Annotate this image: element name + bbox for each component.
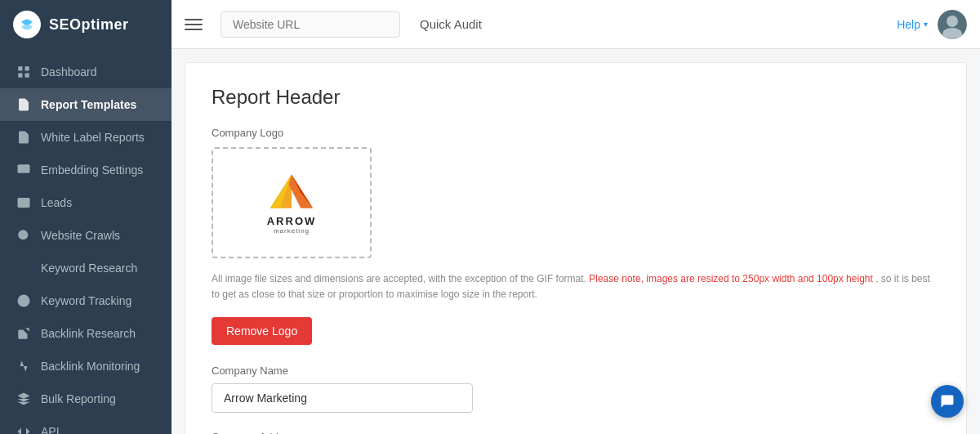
sidebar-label-keyword-research: Keyword Research (41, 262, 137, 275)
topbar-main: Quick Audit Help ▾ (172, 0, 980, 49)
content-area: Report Header Company Logo (172, 49, 980, 434)
content-panel: Report Header Company Logo (185, 62, 967, 434)
envelope-icon (16, 195, 31, 210)
svg-rect-7 (25, 74, 29, 78)
arrow-logo-svg (267, 171, 316, 212)
layers-icon (16, 391, 31, 406)
search-icon (16, 228, 31, 243)
help-label: Help (897, 18, 920, 31)
arrow-logo: ARROW marketing (267, 171, 317, 235)
logo-upload-box[interactable]: ARROW marketing (212, 147, 372, 258)
external-link-icon (16, 326, 31, 341)
sidebar-item-white-label[interactable]: White Label Reports (0, 121, 172, 154)
topbar: SEOptimer Quick Audit Help ▾ (0, 0, 980, 49)
sidebar-item-keyword-tracking[interactable]: Keyword Tracking (0, 284, 172, 317)
svg-rect-6 (18, 74, 22, 78)
svg-rect-4 (18, 66, 22, 70)
sidebar-label-keyword-tracking: Keyword Tracking (41, 294, 131, 307)
hamburger-line-2 (185, 24, 203, 25)
sidebar-item-keyword-research[interactable]: Keyword Research (0, 252, 172, 284)
help-button[interactable]: Help ▾ (897, 18, 928, 31)
logo-text: SEOptimer (49, 16, 129, 34)
svg-point-2 (947, 16, 958, 27)
sidebar-item-backlink-research[interactable]: Backlink Research (0, 317, 172, 350)
sidebar-item-website-crawls[interactable]: Website Crawls (0, 219, 172, 252)
sidebar-label-backlink-research: Backlink Research (41, 327, 136, 340)
company-name-label: Company Name (212, 365, 940, 377)
grid-icon (16, 65, 31, 79)
sidebar-item-bulk-reporting[interactable]: Bulk Reporting (0, 383, 172, 415)
chevron-down-icon: ▾ (924, 20, 928, 29)
sidebar-label-bulk-reporting: Bulk Reporting (41, 392, 116, 405)
logo-area: SEOptimer (0, 0, 172, 49)
url-input[interactable] (220, 11, 400, 38)
hamburger-button[interactable] (185, 14, 211, 35)
svg-rect-5 (25, 66, 29, 70)
image-note-highlight: Please note, images are resized to 250px… (589, 273, 873, 284)
image-note: All image file sizes and dimensions are … (212, 271, 940, 302)
company-name-input[interactable] (212, 383, 473, 413)
sidebar-label-embedding: Embedding Settings (41, 163, 143, 177)
panel-title: Report Header (212, 86, 940, 109)
code-icon (16, 424, 31, 434)
seoptimer-logo-icon (13, 11, 41, 38)
topbar-right: Help ▾ (897, 10, 967, 39)
logo-company-sub: marketing (267, 227, 317, 235)
sidebar-item-report-templates[interactable]: Report Templates (0, 88, 172, 121)
svg-rect-12 (18, 164, 30, 173)
sidebar-label-website-crawls: Website Crawls (41, 229, 120, 242)
sidebar-label-api: API (41, 425, 60, 434)
logo-company-name: ARROW (267, 215, 317, 227)
svg-line-16 (26, 238, 29, 240)
company-address-label: Company Address (212, 431, 940, 434)
sidebar-item-api[interactable]: API (0, 415, 172, 434)
bar-chart-icon (16, 261, 31, 275)
svg-point-20 (18, 295, 30, 307)
sidebar-label-backlink-monitoring: Backlink Monitoring (41, 360, 140, 373)
svg-marker-26 (18, 393, 30, 400)
sidebar-label-leads: Leads (41, 196, 72, 209)
file-text-icon (16, 130, 31, 145)
sidebar: Dashboard Report Templates White Label R… (0, 49, 172, 434)
monitor-icon (16, 163, 31, 177)
company-logo-label: Company Logo (212, 127, 940, 139)
sidebar-label-report-templates: Report Templates (41, 98, 136, 111)
avatar[interactable] (938, 10, 967, 39)
activity-icon (16, 359, 31, 374)
hamburger-line-3 (185, 29, 203, 30)
chat-bubble[interactable] (931, 385, 964, 418)
remove-logo-button[interactable]: Remove Logo (212, 317, 312, 345)
sidebar-label-dashboard: Dashboard (41, 65, 97, 78)
hamburger-line-1 (185, 19, 203, 20)
sidebar-item-leads[interactable]: Leads (0, 186, 172, 219)
quick-audit-button[interactable]: Quick Audit (405, 11, 497, 37)
crosshair-icon (16, 293, 31, 308)
image-note-normal: All image file sizes and dimensions are … (212, 273, 586, 284)
svg-point-15 (18, 230, 28, 239)
sidebar-item-backlink-monitoring[interactable]: Backlink Monitoring (0, 350, 172, 383)
logo-text-area: ARROW marketing (267, 215, 317, 235)
file-edit-icon (16, 97, 31, 112)
sidebar-item-embedding[interactable]: Embedding Settings (0, 154, 172, 186)
chat-icon (939, 393, 956, 409)
sidebar-label-white-label: White Label Reports (41, 131, 145, 144)
main-layout: Dashboard Report Templates White Label R… (0, 49, 980, 434)
user-icon (938, 10, 967, 39)
sidebar-item-dashboard[interactable]: Dashboard (0, 56, 172, 88)
